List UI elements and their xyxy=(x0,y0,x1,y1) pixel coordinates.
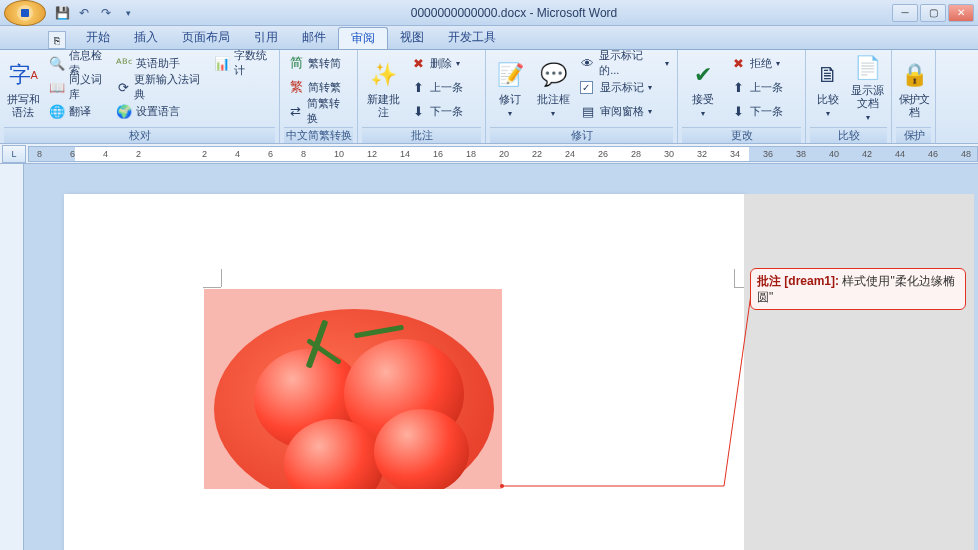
track-icon: 📝 xyxy=(494,59,526,91)
set-language-button[interactable]: 🌍设置语言 xyxy=(112,100,207,122)
chinese-convert-button[interactable]: ⇄简繁转换 xyxy=(284,100,353,122)
group-protect-label: 保护 xyxy=(896,127,931,143)
compare-icon: 🗎 xyxy=(812,59,844,91)
svg-rect-1 xyxy=(21,9,29,17)
next-comment-button[interactable]: ⬇下一条 xyxy=(406,100,467,122)
simp-icon: 简 xyxy=(288,55,304,71)
globe-icon: 🌍 xyxy=(116,103,132,119)
reject-button[interactable]: ✖拒绝▾ xyxy=(726,52,787,74)
trad-icon: 繁 xyxy=(288,79,304,95)
group-chinese-label: 中文简繁转换 xyxy=(284,127,353,143)
ruler-tick: 20 xyxy=(499,149,509,159)
ruler-tick: 36 xyxy=(763,149,773,159)
spelling-button[interactable]: 字A 拼写和语法 xyxy=(4,52,43,126)
window-title: 0000000000000.docx - Microsoft Word xyxy=(136,6,892,20)
next-change-button[interactable]: ⬇下一条 xyxy=(726,100,787,122)
simp-to-trad-button[interactable]: 繁简转繁 xyxy=(284,76,353,98)
qat-save-icon[interactable]: 💾 xyxy=(54,5,70,21)
protect-icon: 🔒 xyxy=(898,59,930,91)
vertical-ruler[interactable] xyxy=(0,164,24,550)
ribbon-minimize-icon[interactable]: ⎘ xyxy=(48,31,66,49)
balloons-button[interactable]: 💬 批注框▾ xyxy=(533,52,574,126)
accept-button[interactable]: ✔ 接受▾ xyxy=(682,52,724,126)
wordcount-button[interactable]: 📊字数统计 xyxy=(210,52,275,74)
tab-home[interactable]: 开始 xyxy=(74,27,122,49)
translate-icon: 🌐 xyxy=(49,103,65,119)
qat-dropdown-icon[interactable]: ▾ xyxy=(120,5,136,21)
inserted-image[interactable] xyxy=(204,289,502,489)
comment-balloon[interactable]: 批注 [dream1]: 样式使用"柔化边缘椭圆" xyxy=(750,268,966,310)
show-source-button[interactable]: 📄 显示源文档▾ xyxy=(848,52,887,126)
translation-tip-button[interactable]: ᴬᴮᶜ英语助手 xyxy=(112,52,207,74)
wordcount-icon: 📊 xyxy=(214,55,230,71)
prev-change-button[interactable]: ⬆上一条 xyxy=(726,76,787,98)
ruler-corner[interactable]: L xyxy=(2,145,26,163)
accept-icon: ✔ xyxy=(687,59,719,91)
check-icon: ✓ xyxy=(580,81,593,94)
ruler-tick: 8 xyxy=(37,149,42,159)
maximize-button[interactable]: ▢ xyxy=(920,4,946,22)
ruler-tick: 34 xyxy=(730,149,740,159)
tab-references[interactable]: 引用 xyxy=(242,27,290,49)
ruler-tick: 6 xyxy=(70,149,75,159)
ruler-tick: 4 xyxy=(235,149,240,159)
show-source-icon: 📄 xyxy=(852,54,884,82)
ruler-tick: 18 xyxy=(466,149,476,159)
spelling-icon: 字A xyxy=(7,59,39,91)
ruler-tick: 24 xyxy=(565,149,575,159)
protect-button[interactable]: 🔒 保护文档 xyxy=(896,52,932,126)
tab-mailings[interactable]: 邮件 xyxy=(290,27,338,49)
prev-change-icon: ⬆ xyxy=(730,79,746,95)
balloons-icon: 💬 xyxy=(537,59,569,91)
tab-insert[interactable]: 插入 xyxy=(122,27,170,49)
group-changes-label: 更改 xyxy=(682,127,801,143)
thesaurus-button[interactable]: 📖同义词库 xyxy=(45,76,110,98)
minimize-button[interactable]: ─ xyxy=(892,4,918,22)
ruler-tick: 4 xyxy=(103,149,108,159)
trad-to-simp-button[interactable]: 简繁转简 xyxy=(284,52,353,74)
convert-icon: ⇄ xyxy=(288,103,303,119)
translation-tip-icon: ᴬᴮᶜ xyxy=(116,55,132,71)
display-for-review-button[interactable]: 👁显示标记的...▾ xyxy=(576,52,673,74)
delete-comment-button[interactable]: ✖删除▾ xyxy=(406,52,467,74)
new-comment-button[interactable]: ✨ 新建批注 xyxy=(362,52,404,126)
group-comments-label: 批注 xyxy=(362,127,481,143)
research-button[interactable]: 🔍信息检索 xyxy=(45,52,110,74)
ruler-tick: 48 xyxy=(961,149,971,159)
reject-icon: ✖ xyxy=(730,55,746,71)
prev-comment-button[interactable]: ⬆上一条 xyxy=(406,76,467,98)
ruler-tick: 32 xyxy=(697,149,707,159)
next-change-icon: ⬇ xyxy=(730,103,746,119)
next-icon: ⬇ xyxy=(410,103,426,119)
page xyxy=(64,194,744,550)
delete-icon: ✖ xyxy=(410,55,426,71)
thesaurus-icon: 📖 xyxy=(49,79,65,95)
ruler-tick: 2 xyxy=(202,149,207,159)
update-ime-icon: ⟳ xyxy=(116,79,130,95)
document-canvas[interactable]: 批注 [dream1]: 样式使用"柔化边缘椭圆" xyxy=(24,164,978,550)
track-button[interactable]: 📝 修订▾ xyxy=(490,52,531,126)
compare-button[interactable]: 🗎 比较▾ xyxy=(810,52,846,126)
group-compare-label: 比较 xyxy=(810,127,887,143)
qat-undo-icon[interactable]: ↶ xyxy=(76,5,92,21)
ruler-tick: 12 xyxy=(367,149,377,159)
show-markup-button[interactable]: ✓显示标记▾ xyxy=(576,76,673,98)
horizontal-ruler[interactable]: 8642246810121416182022242628303234363840… xyxy=(28,146,978,162)
tab-view[interactable]: 视图 xyxy=(388,27,436,49)
ruler-tick: 10 xyxy=(334,149,344,159)
comment-prefix: 批注 xyxy=(757,274,781,288)
office-button[interactable] xyxy=(4,0,46,26)
ruler-tick: 6 xyxy=(268,149,273,159)
tab-pagelayout[interactable]: 页面布局 xyxy=(170,27,242,49)
ruler-tick: 42 xyxy=(862,149,872,159)
tab-review[interactable]: 审阅 xyxy=(338,27,388,49)
update-ime-button[interactable]: ⟳更新输入法词典 xyxy=(112,76,207,98)
ruler-tick: 38 xyxy=(796,149,806,159)
ribbon: 字A 拼写和语法 🔍信息检索 📖同义词库 🌐翻译 ᴬᴮᶜ英语助手 ⟳更新输入法词… xyxy=(0,50,978,144)
qat-redo-icon[interactable]: ↷ xyxy=(98,5,114,21)
close-button[interactable]: ✕ xyxy=(948,4,974,22)
translate-button[interactable]: 🌐翻译 xyxy=(45,100,110,122)
pane-icon: ▤ xyxy=(580,103,596,119)
reviewing-pane-button[interactable]: ▤审阅窗格▾ xyxy=(576,100,673,122)
tab-developer[interactable]: 开发工具 xyxy=(436,27,508,49)
